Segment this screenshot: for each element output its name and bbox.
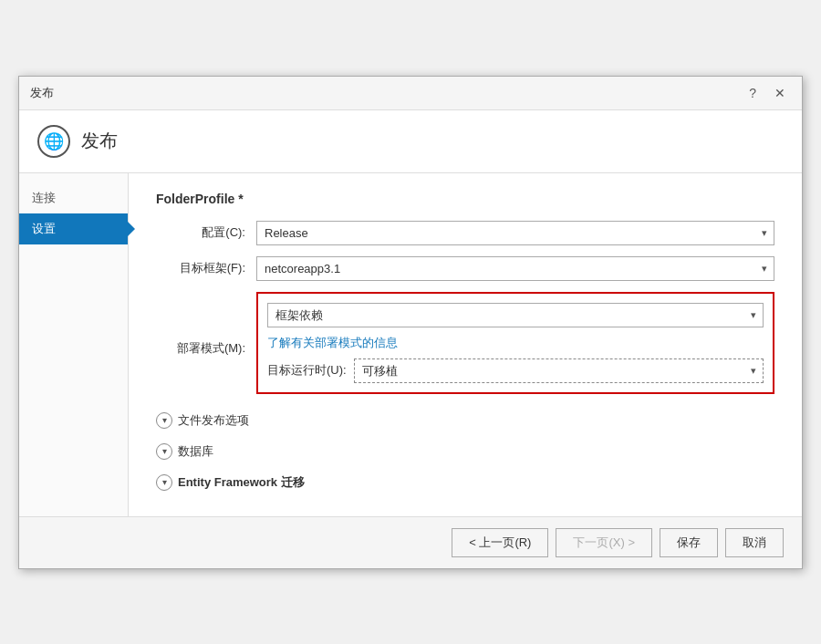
- target-runtime-row: 目标运行时(U): 可移植 linux-x64 win-x64 osx-x64: [267, 358, 764, 383]
- header-title: 发布: [81, 129, 118, 153]
- file-publish-label: 文件发布选项: [178, 412, 249, 429]
- database-section[interactable]: ▾ 数据库: [156, 436, 774, 467]
- title-bar-controls: ? ✕: [743, 84, 791, 102]
- deploy-mode-outer-row: 部署模式(M): 框架依赖 独立 了解有关部署模式的信息: [156, 292, 774, 405]
- deploy-mode-select-wrapper: 框架依赖 独立: [267, 303, 764, 327]
- target-runtime-select-wrapper: 可移植 linux-x64 win-x64 osx-x64: [354, 358, 764, 383]
- publish-dialog: 发布 ? ✕ 🌐 发布 连接 设置 FolderProfile * 配置(C: [18, 76, 803, 569]
- target-framework-select[interactable]: netcoreapp3.1 netcoreapp3.0 net5.0: [256, 256, 774, 281]
- dialog-footer: < 上一页(R) 下一页(X) > 保存 取消: [19, 516, 802, 568]
- prev-button[interactable]: < 上一页(R): [452, 528, 548, 557]
- save-button[interactable]: 保存: [660, 528, 718, 557]
- section-title: FolderProfile *: [156, 192, 774, 206]
- chevron-icon-db: ▾: [156, 443, 172, 460]
- target-runtime-label: 目标运行时(U):: [267, 362, 347, 379]
- config-row: 配置(C): Release Debug: [156, 221, 774, 245]
- help-button[interactable]: ?: [743, 84, 762, 102]
- target-framework-label: 目标框架(F):: [156, 260, 256, 276]
- target-runtime-select[interactable]: 可移植 linux-x64 win-x64 osx-x64: [354, 358, 764, 383]
- config-select[interactable]: Release Debug: [256, 221, 774, 245]
- target-framework-select-wrapper: netcoreapp3.1 netcoreapp3.0 net5.0: [256, 256, 774, 281]
- file-publish-section[interactable]: ▾ 文件发布选项: [156, 405, 774, 436]
- main-content: FolderProfile * 配置(C): Release Debug 目标框…: [129, 173, 802, 516]
- ef-migration-section[interactable]: ▾ Entity Framework 迁移: [156, 467, 774, 498]
- deploy-mode-inner-row: 框架依赖 独立: [267, 303, 764, 327]
- deploy-mode-info-link[interactable]: 了解有关部署模式的信息: [267, 335, 764, 351]
- dialog-header: 🌐 发布: [19, 110, 802, 173]
- title-bar: 发布 ? ✕: [19, 77, 802, 110]
- next-button[interactable]: 下一页(X) >: [556, 528, 652, 557]
- config-label: 配置(C):: [156, 224, 256, 241]
- target-framework-row: 目标框架(F): netcoreapp3.1 netcoreapp3.0 net…: [156, 256, 774, 281]
- globe-icon: 🌐: [37, 125, 70, 158]
- config-select-wrapper: Release Debug: [256, 221, 774, 245]
- deploy-mode-label: 部署模式(M):: [156, 340, 256, 357]
- cancel-button[interactable]: 取消: [725, 528, 784, 557]
- sidebar-item-connect[interactable]: 连接: [19, 182, 128, 213]
- sidebar-item-settings[interactable]: 设置: [19, 213, 128, 244]
- close-button[interactable]: ✕: [769, 84, 791, 102]
- ef-migration-label: Entity Framework 迁移: [178, 474, 305, 491]
- chevron-icon-file: ▾: [156, 412, 172, 429]
- dialog-body: 连接 设置 FolderProfile * 配置(C): Release Deb…: [19, 173, 802, 516]
- highlighted-section: 框架依赖 独立 了解有关部署模式的信息 目标运行时(U): 可移植: [256, 292, 774, 394]
- dialog-title: 发布: [30, 85, 54, 101]
- deploy-mode-select[interactable]: 框架依赖 独立: [267, 303, 764, 327]
- database-label: 数据库: [178, 443, 213, 460]
- chevron-icon-ef: ▾: [156, 474, 172, 491]
- sidebar: 连接 设置: [19, 173, 129, 516]
